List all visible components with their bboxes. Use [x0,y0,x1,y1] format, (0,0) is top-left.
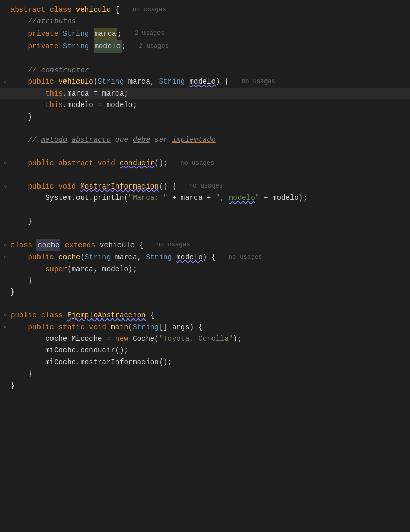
method-mostrar: MostrarInformacion [80,181,158,192]
kw-public-main: public [28,322,59,333]
indent-coc [10,251,28,263]
line-abstract-method: ◇ public abstract void conducir (); no u… [0,157,410,169]
dot-marca: .marca = marca; [63,88,128,99]
param-type-coche-1: String [85,251,111,263]
line-micoche-conducir: miCoche.conducir(); [0,344,410,356]
keyword-class: class [50,4,76,16]
kw-public-class: public [10,310,41,321]
kw-public-abstract: public abstract [28,157,98,169]
paren-mostrar: () { [159,181,185,192]
string-marca-label: "Marca: " [128,192,168,204]
paren-conducir: (); [154,157,176,169]
line-close-mostrar: } [0,216,410,227]
indent-ccc [10,275,28,286]
line-close-main: } [0,368,410,379]
paren-close-1: ) { [216,76,237,87]
brace-close-coche: } [10,286,15,298]
line-coche-decl: ◇ class coche extends vehiculo { no usag… [0,239,410,251]
param-marca: marca, [124,76,158,87]
concat-2: + modelo); [259,192,307,204]
kw-void-mostrar: void [58,181,80,192]
line-this-marca: this .marca = marca; [0,88,410,99]
brace-close-ejemplo: } [10,380,15,391]
line-coche-constructor: ◇ public coche ( String marca, String mo… [0,251,410,263]
line-blank-4 [0,169,410,180]
line-blank-3 [0,146,410,157]
line-mostrar-decl: ◇ public void MostrarInformacion () { no… [0,181,410,192]
line-super: super (marca, modelo); [0,263,410,275]
concat-1: + marca + [168,192,216,204]
line-micoche-mostrar: miCoche.mostrarInformacion(); [0,356,410,368]
brace-ejemplo: { [146,310,154,321]
line-blank-6 [0,227,410,238]
keyword-abstract: abstract [10,4,50,16]
indent-mc2 [10,356,45,368]
args-bracket: [] args) { [159,322,203,333]
param-type-coche-2: String [146,251,171,263]
paren-main: ( [128,322,133,333]
paren-open-1: ( [94,76,98,87]
indent-3 [10,28,28,39]
kw-static: static [58,322,89,333]
indent-super [10,263,45,275]
indent-am [10,157,28,169]
no-usages-constructor: no usages [242,77,275,87]
indent-cmb [10,216,28,227]
line-comment-abstract: // metodo abstracto que debe ser implemt… [0,134,410,145]
line-2: //atributos [0,16,410,27]
no-usages-mostrar: no usages [189,181,223,191]
line-close-coche: } [0,286,410,298]
method-main: main [111,322,128,333]
class-coche-new: Coche( [133,333,158,344]
kw-public-1: public [28,76,59,87]
line-1: abstract class vehiculo { no usages [0,4,410,16]
line-comment-constructor: // constructor [0,64,410,76]
type-string-2: String [63,41,94,52]
type-string-1: String [63,28,94,39]
line-close-coche-constructor: } [0,275,410,286]
brace-close-constructor: } [28,111,32,123]
gutter-coche-constructor: ◇ [2,253,8,261]
type-string-args: String [133,322,158,333]
kw-super: super [45,263,67,275]
line-close-constructor: } [0,111,410,123]
indent-cd [10,76,28,87]
line-ejemplo-decl: ◇ public class EjemploAbstraccion { [0,310,410,321]
var-modelo: modelo [94,40,122,52]
method-vehiculo-constructor: vehiculo [58,76,93,87]
var-coche-type: coche Micoche = [45,333,115,344]
line-3: private String marca ; 2 usages [0,28,410,40]
kw-class-coche: class [10,240,36,251]
indent-main [10,322,28,333]
kw-void-1: void [98,157,120,169]
line-constructor-decl: ◇ public vehiculo ( String marca, String… [0,76,410,87]
space-extends [60,240,64,251]
line-main-decl: ▶ public static void main ( String [] ar… [0,322,410,333]
indent-ca [10,134,28,145]
param-type-2: String [159,76,185,87]
param-type-1: String [98,76,124,87]
gutter-mostrar: ◇ [2,182,8,191]
system-out: System.out.println( [45,192,128,204]
class-name-coche: coche [36,239,60,251]
no-usages-marca: 2 usages [135,29,165,38]
class-vehiculo: vehiculo [76,4,111,16]
string-modelo-label: ", modelo" [216,192,259,204]
gutter-constructor: ◇ [2,78,8,86]
indent-closemain [10,368,28,379]
kw-private-1: private [28,28,63,39]
parent-vehiculo: vehiculo { [100,240,152,251]
line-blank-7 [0,298,410,310]
line-new-coche: coche Micoche = new Coche( "Toyota, Coro… [0,333,410,344]
indent-c [10,64,28,76]
indent-mc1 [10,344,45,356]
gutter-coche: ◇ [2,241,8,249]
brace-close-main: } [28,368,32,379]
brace-close-coche-constructor: } [28,275,32,286]
line-blank-2 [0,123,410,134]
kw-public-coche: public [28,251,59,263]
kw-class-ejemplo: class [41,310,67,321]
indent-cc [10,111,28,123]
no-usages-1: no usages [133,5,166,15]
no-usages-coche: no usages [156,240,190,250]
